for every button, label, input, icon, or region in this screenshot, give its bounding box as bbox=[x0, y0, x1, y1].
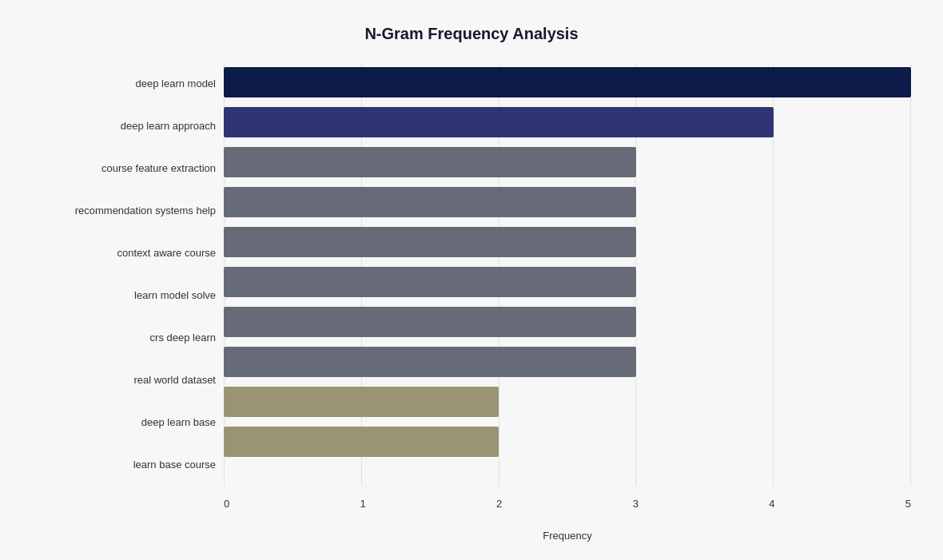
x-tick: 3 bbox=[633, 498, 639, 510]
bar-row bbox=[224, 382, 911, 422]
bar bbox=[224, 187, 636, 217]
chart-title: N-Gram Frequency Analysis bbox=[32, 25, 911, 43]
x-ticks: 012345 bbox=[224, 498, 911, 510]
bar bbox=[224, 67, 911, 97]
y-label: recommendation systems help bbox=[32, 190, 224, 230]
bar bbox=[224, 427, 499, 457]
bar-row bbox=[224, 102, 911, 142]
y-label: course feature extraction bbox=[32, 148, 224, 188]
y-label: deep learn base bbox=[32, 402, 224, 442]
bar-row bbox=[224, 342, 911, 382]
x-axis-label: Frequency bbox=[224, 530, 911, 542]
x-tick: 1 bbox=[360, 498, 366, 510]
bars-section: 012345 Frequency bbox=[224, 62, 911, 510]
bar bbox=[224, 107, 774, 137]
bar-row bbox=[224, 222, 911, 262]
bar bbox=[224, 387, 499, 417]
y-label: deep learn approach bbox=[32, 105, 224, 145]
x-tick: 5 bbox=[905, 498, 911, 510]
bar bbox=[224, 307, 636, 337]
y-axis: deep learn modeldeep learn approachcours… bbox=[32, 62, 224, 510]
chart-area: deep learn modeldeep learn approachcours… bbox=[32, 62, 911, 510]
bar bbox=[224, 267, 636, 297]
bar-row bbox=[224, 142, 911, 182]
bar-row bbox=[224, 262, 911, 302]
y-label: real world dataset bbox=[32, 359, 224, 399]
bar-row bbox=[224, 422, 911, 462]
bar bbox=[224, 147, 636, 177]
y-label: learn model solve bbox=[32, 275, 224, 315]
bar bbox=[224, 347, 636, 377]
bar bbox=[224, 227, 636, 257]
y-label: context aware course bbox=[32, 232, 224, 272]
bar-row bbox=[224, 182, 911, 222]
chart-container: N-Gram Frequency Analysis deep learn mod… bbox=[16, 9, 927, 552]
x-tick: 2 bbox=[496, 498, 502, 510]
bar-row bbox=[224, 62, 911, 102]
y-label: crs deep learn bbox=[32, 317, 224, 357]
x-tick: 0 bbox=[224, 498, 229, 510]
y-label: learn base course bbox=[32, 444, 224, 484]
bar-row bbox=[224, 302, 911, 342]
y-label: deep learn model bbox=[32, 63, 224, 103]
x-tick: 4 bbox=[769, 498, 774, 510]
